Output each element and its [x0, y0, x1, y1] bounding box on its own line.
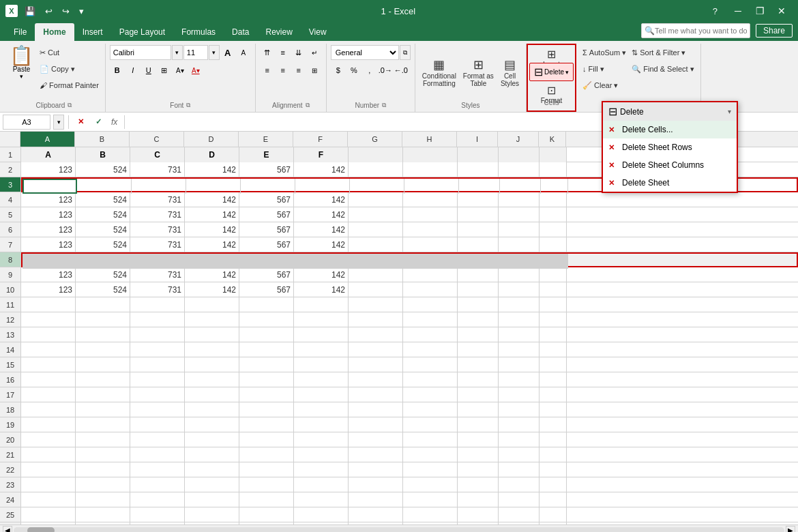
cell-E11[interactable] [239, 297, 294, 312]
autosum-button[interactable]: Σ AutoSum ▾ [580, 45, 628, 60]
cell-D21[interactable] [185, 447, 239, 462]
delete-sheet-columns-item[interactable]: ✕ Delete Sheet Columns [603, 156, 737, 174]
cell-B21[interactable] [76, 447, 130, 462]
cell-K8[interactable] [541, 254, 568, 269]
undo-button[interactable]: ↩ [41, 5, 57, 18]
cell-B15[interactable] [76, 357, 130, 372]
cell-K16[interactable] [540, 372, 567, 387]
cell-F24[interactable] [294, 492, 349, 507]
col-header-H[interactable]: H [402, 132, 457, 147]
col-header-D[interactable]: D [184, 132, 239, 147]
cell-H19[interactable] [403, 417, 458, 432]
cell-B9[interactable]: 524 [76, 267, 130, 282]
cell-C24[interactable] [130, 492, 185, 507]
cell-C11[interactable] [130, 297, 185, 312]
cell-C7[interactable]: 731 [130, 237, 185, 252]
cell-A20[interactable] [21, 432, 76, 447]
cell-A19[interactable] [21, 417, 76, 432]
cell-H26[interactable] [403, 522, 458, 524]
cell-E12[interactable] [239, 312, 294, 327]
cell-E4[interactable]: 567 [239, 192, 294, 207]
insert-button[interactable]: ⊞ Insert [542, 46, 561, 61]
cell-G7[interactable] [349, 237, 403, 252]
row-num-18[interactable]: 18 [0, 402, 20, 417]
col-header-E[interactable]: E [239, 132, 293, 147]
cell-H2[interactable] [403, 162, 458, 177]
cell-H13[interactable] [403, 327, 458, 342]
row-num-9[interactable]: 9 [0, 267, 20, 282]
cell-reference-box[interactable] [3, 115, 50, 130]
cell-C18[interactable] [130, 402, 185, 417]
cell-J3[interactable] [500, 179, 541, 194]
cell-K19[interactable] [540, 417, 567, 432]
tab-insert[interactable]: Insert [74, 23, 111, 41]
row-num-25[interactable]: 25 [0, 507, 20, 522]
confirm-formula-button[interactable]: ✓ [91, 115, 106, 130]
corner-cell[interactable] [0, 132, 20, 147]
cell-E7[interactable]: 567 [239, 237, 294, 252]
fill-button[interactable]: ↓ Fill ▾ [580, 61, 628, 76]
cell-H6[interactable] [403, 222, 458, 237]
format-button[interactable]: ⊡ Format [540, 83, 564, 98]
cell-A5[interactable]: 123 [21, 207, 76, 222]
cell-I26[interactable] [458, 522, 499, 524]
accounting-format-button[interactable]: $ [331, 63, 346, 78]
cell-F26[interactable] [294, 522, 349, 524]
cell-B1[interactable]: B [76, 147, 130, 162]
cell-G15[interactable] [349, 357, 403, 372]
row-num-21[interactable]: 21 [0, 447, 20, 462]
cell-D4[interactable]: 142 [185, 192, 239, 207]
close-button[interactable]: ✕ [771, 1, 793, 20]
cell-G24[interactable] [349, 492, 403, 507]
cell-F12[interactable] [294, 312, 349, 327]
cell-D12[interactable] [185, 312, 239, 327]
cell-H5[interactable] [403, 207, 458, 222]
cell-H3[interactable] [404, 179, 459, 194]
cell-H25[interactable] [403, 507, 458, 522]
col-header-F[interactable]: F [293, 132, 348, 147]
cell-K10[interactable] [540, 282, 567, 297]
cell-C23[interactable] [130, 477, 185, 492]
cell-E16[interactable] [239, 372, 294, 387]
cell-ref-dropdown[interactable]: ▾ [53, 115, 64, 130]
cell-B25[interactable] [76, 507, 130, 522]
cell-J15[interactable] [499, 357, 540, 372]
cell-A8[interactable] [23, 254, 77, 269]
tell-me-search[interactable]: 🔍 [641, 23, 750, 38]
cell-G25[interactable] [349, 507, 403, 522]
cell-I18[interactable] [458, 402, 499, 417]
format-as-table-button[interactable]: ⊞ Format asTable [460, 57, 497, 89]
cell-J25[interactable] [499, 507, 540, 522]
cell-F2[interactable]: 142 [294, 162, 349, 177]
cell-E8[interactable] [241, 254, 295, 269]
cell-I3[interactable] [459, 179, 500, 194]
cell-A21[interactable] [21, 447, 76, 462]
cell-C17[interactable] [130, 387, 185, 402]
cell-K15[interactable] [540, 357, 567, 372]
decrease-decimal-button[interactable]: ←.0 [394, 63, 409, 78]
row-num-23[interactable]: 23 [0, 477, 20, 492]
cell-E25[interactable] [239, 507, 294, 522]
cell-K12[interactable] [540, 312, 567, 327]
cell-H16[interactable] [403, 372, 458, 387]
cell-A23[interactable] [21, 477, 76, 492]
cell-H9[interactable] [403, 267, 458, 282]
cell-I21[interactable] [458, 447, 499, 462]
cell-A7[interactable]: 123 [21, 237, 76, 252]
cell-C4[interactable]: 731 [130, 192, 185, 207]
row-num-17[interactable]: 17 [0, 387, 20, 402]
cell-J10[interactable] [499, 282, 540, 297]
search-input[interactable] [655, 27, 747, 35]
cell-D3[interactable] [186, 179, 241, 194]
tab-data[interactable]: Data [224, 23, 257, 41]
cell-G8[interactable] [350, 254, 404, 269]
cell-E21[interactable] [239, 447, 294, 462]
row-num-14[interactable]: 14 [0, 342, 20, 357]
tab-page-layout[interactable]: Page Layout [111, 23, 173, 41]
cell-E18[interactable] [239, 402, 294, 417]
wrap-text-button[interactable]: ↵ [307, 45, 322, 60]
find-select-button[interactable]: 🔍 Find & Select ▾ [630, 61, 696, 76]
format-painter-button[interactable]: 🖌 Format Painter [38, 78, 101, 93]
cell-D13[interactable] [185, 327, 239, 342]
cell-D11[interactable] [185, 297, 239, 312]
